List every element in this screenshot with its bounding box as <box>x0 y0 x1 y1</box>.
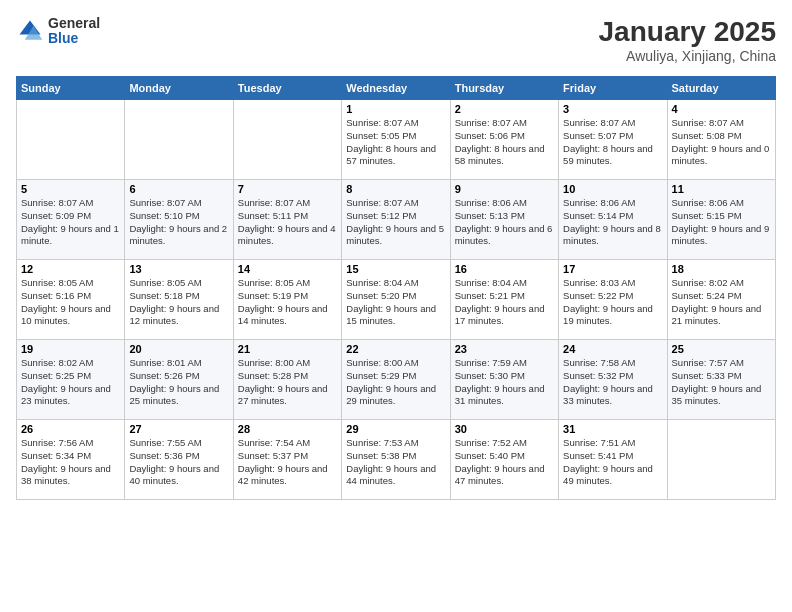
logo-general-text: General <box>48 16 100 31</box>
calendar-cell: 26Sunrise: 7:56 AM Sunset: 5:34 PM Dayli… <box>17 420 125 500</box>
day-info: Sunrise: 8:07 AM Sunset: 5:11 PM Dayligh… <box>238 197 337 248</box>
day-info: Sunrise: 8:06 AM Sunset: 5:15 PM Dayligh… <box>672 197 771 248</box>
day-info: Sunrise: 8:05 AM Sunset: 5:18 PM Dayligh… <box>129 277 228 328</box>
calendar-cell: 11Sunrise: 8:06 AM Sunset: 5:15 PM Dayli… <box>667 180 775 260</box>
week-row-4: 19Sunrise: 8:02 AM Sunset: 5:25 PM Dayli… <box>17 340 776 420</box>
day-number: 24 <box>563 343 662 355</box>
day-info: Sunrise: 8:00 AM Sunset: 5:28 PM Dayligh… <box>238 357 337 408</box>
day-number: 18 <box>672 263 771 275</box>
day-info: Sunrise: 8:07 AM Sunset: 5:05 PM Dayligh… <box>346 117 445 168</box>
day-info: Sunrise: 8:07 AM Sunset: 5:06 PM Dayligh… <box>455 117 554 168</box>
calendar-cell: 14Sunrise: 8:05 AM Sunset: 5:19 PM Dayli… <box>233 260 341 340</box>
day-number: 25 <box>672 343 771 355</box>
calendar-cell: 22Sunrise: 8:00 AM Sunset: 5:29 PM Dayli… <box>342 340 450 420</box>
day-info: Sunrise: 7:53 AM Sunset: 5:38 PM Dayligh… <box>346 437 445 488</box>
day-number: 9 <box>455 183 554 195</box>
calendar-cell: 24Sunrise: 7:58 AM Sunset: 5:32 PM Dayli… <box>559 340 667 420</box>
day-number: 15 <box>346 263 445 275</box>
day-number: 19 <box>21 343 120 355</box>
calendar-cell: 31Sunrise: 7:51 AM Sunset: 5:41 PM Dayli… <box>559 420 667 500</box>
day-number: 11 <box>672 183 771 195</box>
day-number: 5 <box>21 183 120 195</box>
day-info: Sunrise: 8:03 AM Sunset: 5:22 PM Dayligh… <box>563 277 662 328</box>
weekday-header-wednesday: Wednesday <box>342 77 450 100</box>
day-info: Sunrise: 7:59 AM Sunset: 5:30 PM Dayligh… <box>455 357 554 408</box>
month-title: January 2025 <box>599 16 776 48</box>
day-number: 20 <box>129 343 228 355</box>
calendar-cell: 28Sunrise: 7:54 AM Sunset: 5:37 PM Dayli… <box>233 420 341 500</box>
calendar-cell: 18Sunrise: 8:02 AM Sunset: 5:24 PM Dayli… <box>667 260 775 340</box>
weekday-header-monday: Monday <box>125 77 233 100</box>
day-info: Sunrise: 8:05 AM Sunset: 5:16 PM Dayligh… <box>21 277 120 328</box>
calendar-cell: 19Sunrise: 8:02 AM Sunset: 5:25 PM Dayli… <box>17 340 125 420</box>
day-info: Sunrise: 8:06 AM Sunset: 5:14 PM Dayligh… <box>563 197 662 248</box>
day-info: Sunrise: 8:07 AM Sunset: 5:08 PM Dayligh… <box>672 117 771 168</box>
day-number: 14 <box>238 263 337 275</box>
day-number: 30 <box>455 423 554 435</box>
day-number: 2 <box>455 103 554 115</box>
week-row-1: 1Sunrise: 8:07 AM Sunset: 5:05 PM Daylig… <box>17 100 776 180</box>
day-number: 23 <box>455 343 554 355</box>
day-info: Sunrise: 8:04 AM Sunset: 5:20 PM Dayligh… <box>346 277 445 328</box>
day-info: Sunrise: 8:01 AM Sunset: 5:26 PM Dayligh… <box>129 357 228 408</box>
day-info: Sunrise: 8:07 AM Sunset: 5:12 PM Dayligh… <box>346 197 445 248</box>
day-number: 31 <box>563 423 662 435</box>
week-row-3: 12Sunrise: 8:05 AM Sunset: 5:16 PM Dayli… <box>17 260 776 340</box>
day-info: Sunrise: 7:57 AM Sunset: 5:33 PM Dayligh… <box>672 357 771 408</box>
day-info: Sunrise: 8:07 AM Sunset: 5:09 PM Dayligh… <box>21 197 120 248</box>
calendar-cell: 13Sunrise: 8:05 AM Sunset: 5:18 PM Dayli… <box>125 260 233 340</box>
day-info: Sunrise: 8:02 AM Sunset: 5:24 PM Dayligh… <box>672 277 771 328</box>
day-number: 8 <box>346 183 445 195</box>
day-number: 26 <box>21 423 120 435</box>
day-info: Sunrise: 7:51 AM Sunset: 5:41 PM Dayligh… <box>563 437 662 488</box>
calendar-cell: 30Sunrise: 7:52 AM Sunset: 5:40 PM Dayli… <box>450 420 558 500</box>
weekday-header-friday: Friday <box>559 77 667 100</box>
calendar-cell: 21Sunrise: 8:00 AM Sunset: 5:28 PM Dayli… <box>233 340 341 420</box>
day-number: 10 <box>563 183 662 195</box>
day-number: 17 <box>563 263 662 275</box>
day-number: 12 <box>21 263 120 275</box>
day-number: 1 <box>346 103 445 115</box>
calendar-cell: 1Sunrise: 8:07 AM Sunset: 5:05 PM Daylig… <box>342 100 450 180</box>
calendar-cell: 17Sunrise: 8:03 AM Sunset: 5:22 PM Dayli… <box>559 260 667 340</box>
day-info: Sunrise: 7:56 AM Sunset: 5:34 PM Dayligh… <box>21 437 120 488</box>
day-info: Sunrise: 8:07 AM Sunset: 5:10 PM Dayligh… <box>129 197 228 248</box>
day-info: Sunrise: 7:58 AM Sunset: 5:32 PM Dayligh… <box>563 357 662 408</box>
calendar-cell: 15Sunrise: 8:04 AM Sunset: 5:20 PM Dayli… <box>342 260 450 340</box>
day-info: Sunrise: 7:54 AM Sunset: 5:37 PM Dayligh… <box>238 437 337 488</box>
week-row-2: 5Sunrise: 8:07 AM Sunset: 5:09 PM Daylig… <box>17 180 776 260</box>
day-number: 13 <box>129 263 228 275</box>
calendar-cell: 8Sunrise: 8:07 AM Sunset: 5:12 PM Daylig… <box>342 180 450 260</box>
calendar-cell: 9Sunrise: 8:06 AM Sunset: 5:13 PM Daylig… <box>450 180 558 260</box>
day-number: 6 <box>129 183 228 195</box>
weekday-header-tuesday: Tuesday <box>233 77 341 100</box>
calendar-cell: 7Sunrise: 8:07 AM Sunset: 5:11 PM Daylig… <box>233 180 341 260</box>
day-info: Sunrise: 8:06 AM Sunset: 5:13 PM Dayligh… <box>455 197 554 248</box>
day-number: 16 <box>455 263 554 275</box>
calendar-table: SundayMondayTuesdayWednesdayThursdayFrid… <box>16 76 776 500</box>
calendar-cell: 4Sunrise: 8:07 AM Sunset: 5:08 PM Daylig… <box>667 100 775 180</box>
calendar-cell <box>233 100 341 180</box>
day-number: 4 <box>672 103 771 115</box>
page-header: General Blue January 2025 Awuliya, Xinji… <box>16 16 776 64</box>
calendar-cell: 12Sunrise: 8:05 AM Sunset: 5:16 PM Dayli… <box>17 260 125 340</box>
calendar-cell: 6Sunrise: 8:07 AM Sunset: 5:10 PM Daylig… <box>125 180 233 260</box>
title-block: January 2025 Awuliya, Xinjiang, China <box>599 16 776 64</box>
weekday-header-row: SundayMondayTuesdayWednesdayThursdayFrid… <box>17 77 776 100</box>
calendar-cell: 2Sunrise: 8:07 AM Sunset: 5:06 PM Daylig… <box>450 100 558 180</box>
day-info: Sunrise: 8:00 AM Sunset: 5:29 PM Dayligh… <box>346 357 445 408</box>
logo-icon <box>16 17 44 45</box>
day-number: 21 <box>238 343 337 355</box>
day-info: Sunrise: 8:05 AM Sunset: 5:19 PM Dayligh… <box>238 277 337 328</box>
calendar-cell: 27Sunrise: 7:55 AM Sunset: 5:36 PM Dayli… <box>125 420 233 500</box>
calendar-cell <box>17 100 125 180</box>
logo-blue-text: Blue <box>48 31 100 46</box>
week-row-5: 26Sunrise: 7:56 AM Sunset: 5:34 PM Dayli… <box>17 420 776 500</box>
weekday-header-sunday: Sunday <box>17 77 125 100</box>
day-number: 7 <box>238 183 337 195</box>
day-info: Sunrise: 8:07 AM Sunset: 5:07 PM Dayligh… <box>563 117 662 168</box>
logo: General Blue <box>16 16 100 47</box>
calendar-cell: 16Sunrise: 8:04 AM Sunset: 5:21 PM Dayli… <box>450 260 558 340</box>
day-info: Sunrise: 8:02 AM Sunset: 5:25 PM Dayligh… <box>21 357 120 408</box>
calendar-cell: 25Sunrise: 7:57 AM Sunset: 5:33 PM Dayli… <box>667 340 775 420</box>
